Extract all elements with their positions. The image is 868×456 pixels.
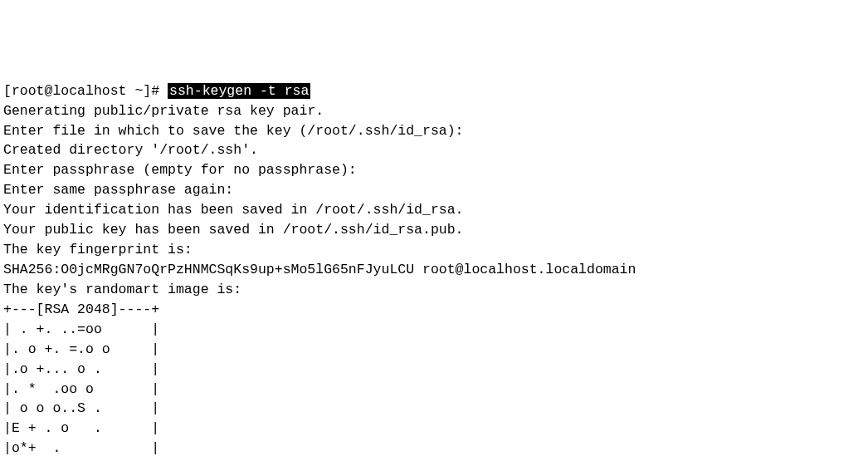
randomart-line: | . +. ..=oo | (3, 321, 159, 337)
output-line: Created directory '/root/.ssh'. (3, 142, 258, 158)
output-line: Your identification has been saved in /r… (3, 202, 464, 218)
output-line: Enter same passphrase again: (3, 182, 233, 198)
shell-command: ssh-keygen -t rsa (168, 83, 310, 99)
output-line: Generating public/private rsa key p (3, 103, 291, 119)
terminal-output[interactable]: [root@localhost ~]# ssh-keygen -t rsa Ge… (3, 81, 865, 456)
output-line: The key's randomart image is: (3, 282, 241, 297)
randomart-line: |.o +... o . | (3, 361, 159, 377)
output-line: r. (307, 103, 324, 119)
output-line: The key fingerprint is: (3, 242, 193, 257)
randomart-line: |o*+ . | (3, 440, 159, 456)
randomart-line: +---[RSA 2048]----+ (3, 302, 159, 317)
randomart-line: |. o +. =.o o | (3, 341, 159, 357)
shell-prompt: [root@localhost ~]# (3, 83, 168, 99)
randomart-line: |E + . o . | (3, 420, 159, 436)
output-line: SHA256:O0jcMRgGN7oQrPzHNMCSqKs9up+sMo5lG… (3, 262, 636, 277)
output-line: Your public key has been saved in /root/… (3, 222, 464, 238)
output-line: Enter passphrase (empty for no passphras… (3, 162, 357, 178)
randomart-line: | o o o..S . | (3, 400, 159, 416)
randomart-line: |. * .oo o | (3, 381, 159, 397)
output-line: Enter file in which to save the key (/ro… (3, 123, 464, 139)
